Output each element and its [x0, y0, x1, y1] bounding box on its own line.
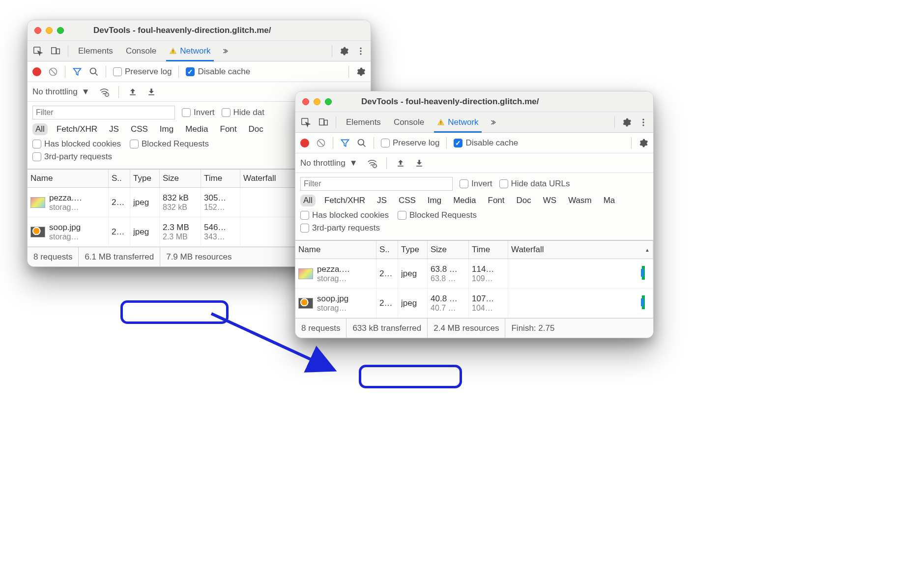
hide-data-urls-checkbox[interactable]: Hide dat [222, 108, 264, 117]
col-status-header[interactable]: S.. [376, 241, 398, 259]
settings-gear-icon[interactable] [339, 46, 349, 56]
filter-css[interactable]: CSS [128, 123, 151, 135]
filter-input[interactable] [32, 106, 175, 119]
panel-tabbar: Elements Console Network [28, 41, 371, 61]
third-party-checkbox[interactable]: 3rd-party requests [32, 152, 112, 162]
upload-har-icon[interactable] [396, 158, 405, 168]
blocked-cookies-checkbox[interactable]: Has blocked cookies [32, 139, 121, 149]
device-toolbar-icon[interactable] [318, 117, 329, 128]
download-har-icon[interactable] [414, 158, 424, 168]
col-waterfall-header[interactable]: Waterfall▲ [508, 241, 653, 259]
request-thumbnail [298, 298, 313, 309]
network-conditions-icon[interactable] [99, 87, 110, 97]
filter-media[interactable]: Media [182, 123, 211, 135]
request-row[interactable]: soop.jpgstorag… 2… jpeg 40.8 …40.7 … 107… [295, 289, 653, 318]
filter-funnel-icon[interactable] [340, 138, 350, 148]
filter-img[interactable]: Img [425, 195, 444, 206]
filter-fetch[interactable]: Fetch/XHR [321, 195, 368, 206]
blocked-requests-checkbox[interactable]: Blocked Requests [130, 139, 209, 149]
device-toolbar-icon[interactable] [50, 46, 61, 57]
svg-rect-29 [416, 166, 422, 167]
preserve-log-checkbox[interactable]: Preserve log [113, 67, 172, 77]
col-size-header[interactable]: Size [160, 170, 201, 187]
titlebar: DevTools - foul-heavenly-direction.glitc… [28, 20, 371, 41]
svg-rect-13 [130, 94, 136, 95]
more-menu-icon[interactable] [638, 117, 648, 127]
download-har-icon[interactable] [146, 87, 156, 97]
preserve-log-checkbox[interactable]: Preserve log [381, 138, 439, 148]
more-tabs-icon[interactable] [489, 118, 496, 126]
tab-elements[interactable]: Elements [75, 41, 116, 61]
search-icon[interactable] [357, 138, 367, 148]
filter-all[interactable]: All [300, 195, 316, 206]
tab-console[interactable]: Console [123, 41, 159, 61]
filter-fetch[interactable]: Fetch/XHR [54, 123, 100, 135]
inspect-element-icon[interactable] [300, 117, 311, 128]
inspect-element-icon[interactable] [32, 46, 43, 57]
invert-checkbox[interactable]: Invert [460, 179, 492, 189]
blocked-cookies-checkbox[interactable]: Has blocked cookies [300, 210, 389, 220]
filter-font[interactable]: Font [485, 195, 508, 206]
record-button[interactable] [32, 67, 41, 76]
minimize-window-button[interactable] [314, 98, 320, 105]
filter-input[interactable] [300, 177, 453, 191]
filter-all[interactable]: All [32, 123, 48, 135]
throttling-dropdown[interactable]: No throttling ▼ [300, 158, 358, 168]
traffic-lights [34, 27, 64, 34]
network-conditions-icon[interactable] [367, 158, 377, 169]
close-window-button[interactable] [302, 98, 309, 105]
col-name-header[interactable]: Name [28, 170, 109, 187]
waterfall-bar-icon [642, 295, 645, 309]
tab-elements[interactable]: Elements [343, 112, 384, 132]
filter-manifest[interactable]: Ma [601, 195, 618, 206]
network-toolbar: Preserve log Disable cache [28, 61, 371, 82]
filter-ws[interactable]: WS [540, 195, 559, 206]
tab-network[interactable]: Network [166, 41, 213, 61]
tab-network[interactable]: Network [434, 112, 481, 132]
maximize-window-button[interactable] [57, 27, 64, 34]
filter-css[interactable]: CSS [396, 195, 419, 206]
filter-doc[interactable]: Doc [514, 195, 534, 206]
svg-point-7 [360, 53, 361, 55]
disable-cache-checkbox[interactable]: Disable cache [454, 138, 518, 148]
filter-wasm[interactable]: Wasm [565, 195, 595, 206]
throttling-dropdown[interactable]: No throttling ▼ [32, 87, 90, 97]
col-time-header[interactable]: Time [201, 170, 240, 187]
settings-gear-icon[interactable] [622, 117, 632, 127]
minimize-window-button[interactable] [46, 27, 53, 34]
status-requests: 8 requests [295, 323, 346, 333]
maximize-window-button[interactable] [325, 98, 332, 105]
filter-js[interactable]: JS [374, 195, 390, 206]
clear-icon[interactable] [316, 138, 326, 148]
col-type-header[interactable]: Type [130, 170, 160, 187]
filter-doc[interactable]: Doc [246, 123, 266, 135]
search-icon[interactable] [89, 67, 99, 77]
svg-rect-17 [324, 120, 327, 125]
more-menu-icon[interactable] [356, 46, 366, 56]
hide-data-urls-checkbox[interactable]: Hide data URLs [499, 179, 570, 189]
network-settings-gear-icon[interactable] [638, 138, 648, 148]
request-row[interactable]: pezza.…storag… 2… jpeg 63.8 …63.8 … 114…… [295, 259, 653, 289]
network-settings-gear-icon[interactable] [356, 67, 366, 77]
blocked-requests-checkbox[interactable]: Blocked Requests [398, 210, 477, 220]
col-time-header[interactable]: Time [469, 241, 508, 259]
filter-img[interactable]: Img [157, 123, 176, 135]
clear-icon[interactable] [48, 67, 58, 77]
filter-funnel-icon[interactable] [72, 67, 82, 77]
invert-checkbox[interactable]: Invert [182, 108, 215, 117]
request-thumbnail [298, 268, 313, 279]
filter-media[interactable]: Media [450, 195, 479, 206]
filter-js[interactable]: JS [106, 123, 122, 135]
col-status-header[interactable]: S.. [109, 170, 130, 187]
filter-font[interactable]: Font [217, 123, 240, 135]
col-name-header[interactable]: Name [295, 241, 376, 259]
col-size-header[interactable]: Size [428, 241, 469, 259]
tab-console[interactable]: Console [391, 112, 427, 132]
col-type-header[interactable]: Type [398, 241, 428, 259]
disable-cache-checkbox[interactable]: Disable cache [186, 67, 250, 77]
close-window-button[interactable] [34, 27, 41, 34]
upload-har-icon[interactable] [128, 87, 138, 97]
record-button[interactable] [300, 139, 309, 147]
more-tabs-icon[interactable] [221, 47, 229, 55]
third-party-checkbox[interactable]: 3rd-party requests [300, 223, 380, 233]
